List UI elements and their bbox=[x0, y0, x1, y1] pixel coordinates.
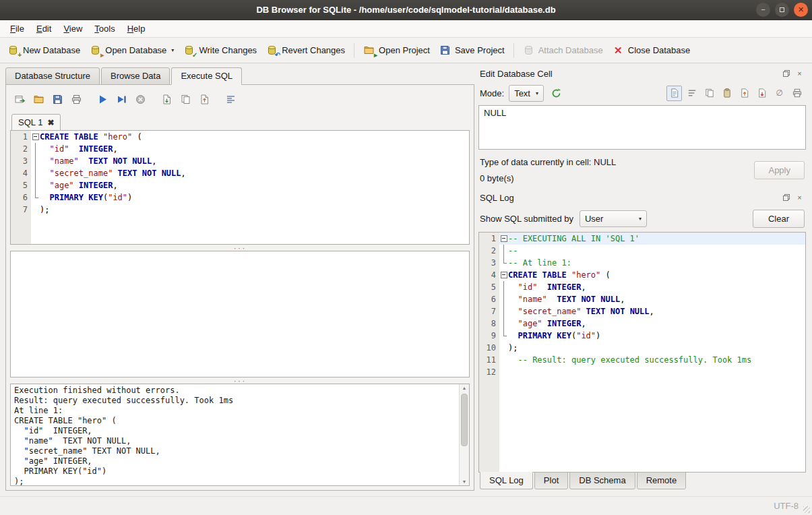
set-null-button[interactable]: ∅ bbox=[772, 86, 787, 101]
output-text[interactable]: Execution finished without errors. Resul… bbox=[11, 384, 459, 485]
close-database-label: Close Database bbox=[628, 45, 691, 55]
main-tab-bar: Database Structure Browse Data Execute S… bbox=[5, 67, 474, 85]
tab-remote[interactable]: Remote bbox=[637, 472, 687, 489]
tab-sql-log[interactable]: SQL Log bbox=[480, 472, 533, 489]
fold-marker-icon[interactable] bbox=[499, 233, 508, 245]
open-sql-new-tab-button[interactable] bbox=[11, 91, 28, 108]
tab-label: SQL Log bbox=[489, 475, 524, 485]
fold-marker-icon[interactable] bbox=[499, 269, 508, 281]
word-wrap-button[interactable] bbox=[684, 86, 699, 101]
window-title: DB Browser for SQLite - /home/user/code/… bbox=[0, 5, 812, 15]
fold-margin bbox=[31, 167, 40, 179]
save-project-button[interactable]: Save Project bbox=[435, 41, 509, 59]
resize-grip-icon[interactable] bbox=[803, 506, 810, 513]
refresh-icon bbox=[551, 88, 562, 99]
fold-margin bbox=[499, 366, 508, 378]
output-scrollbar[interactable]: ▲ ▼ bbox=[459, 384, 469, 485]
cell-value-editor[interactable]: NULL bbox=[478, 105, 806, 150]
log-filter-select[interactable]: User ▾ bbox=[580, 210, 647, 227]
maximize-button[interactable] bbox=[775, 3, 789, 17]
sql-editor[interactable]: 1CREATE TABLE "hero" (2 "id" INTEGER,3 "… bbox=[10, 130, 470, 245]
right-pane: Edit Database Cell × Mode: Text ▾ bbox=[476, 63, 812, 496]
results-grid[interactable] bbox=[10, 251, 470, 377]
fold-margin bbox=[31, 143, 40, 155]
execute-all-icon bbox=[97, 94, 108, 105]
menu-file[interactable]: File bbox=[4, 21, 30, 36]
print-sql-button[interactable] bbox=[68, 91, 85, 108]
titlebar[interactable]: DB Browser for SQLite - /home/user/code/… bbox=[0, 0, 812, 20]
fold-margin bbox=[499, 354, 508, 366]
fold-margin bbox=[499, 330, 508, 342]
close-database-icon: ✕ bbox=[613, 44, 624, 56]
save-sql-file-button[interactable] bbox=[49, 91, 66, 108]
menu-help[interactable]: Help bbox=[121, 21, 152, 36]
import-sql-button[interactable] bbox=[196, 91, 213, 108]
export-results-button[interactable] bbox=[158, 91, 175, 108]
write-changes-button[interactable]: ✓ Write Changes bbox=[179, 41, 261, 59]
line-number: 5 bbox=[479, 281, 499, 293]
open-sql-file-button[interactable] bbox=[30, 91, 47, 108]
revert-changes-button[interactable]: ↶ Revert Changes bbox=[261, 41, 350, 59]
scroll-up-icon[interactable]: ▲ bbox=[460, 386, 469, 390]
clear-log-button[interactable]: Clear bbox=[753, 210, 805, 228]
close-dock-icon[interactable]: × bbox=[794, 193, 805, 203]
code-line: 3-- At line 1: bbox=[479, 257, 805, 269]
line-number: 6 bbox=[479, 293, 499, 305]
tab-browse-data[interactable]: Browse Data bbox=[101, 67, 170, 85]
apply-label: Apply bbox=[768, 165, 790, 175]
float-dock-icon[interactable] bbox=[781, 193, 791, 203]
code-line: 1-- EXECUTING ALL IN 'SQL 1' bbox=[479, 233, 805, 245]
tab-label: Remote bbox=[646, 475, 677, 485]
tab-execute-sql[interactable]: Execute SQL bbox=[171, 67, 242, 85]
format-sql-button[interactable] bbox=[222, 91, 239, 108]
print-cell-button[interactable] bbox=[789, 86, 805, 101]
menubar: FileEditViewToolsHelp bbox=[0, 20, 812, 38]
fold-marker-icon[interactable] bbox=[31, 131, 40, 143]
attach-database-button: Attach Database bbox=[518, 41, 608, 59]
open-database-dropdown-icon[interactable]: ▾ bbox=[171, 47, 174, 53]
close-button[interactable]: ✕ bbox=[794, 3, 808, 17]
close-database-button[interactable]: ✕ Close Database bbox=[608, 41, 695, 59]
execute-current-line-button[interactable] bbox=[113, 91, 130, 108]
menu-edit[interactable]: Edit bbox=[30, 21, 57, 36]
tab-label: DB Schema bbox=[579, 475, 625, 485]
bottom-dock-tab-bar: SQL Log Plot DB Schema Remote bbox=[478, 472, 806, 491]
fold-margin bbox=[499, 257, 508, 269]
tab-plot[interactable]: Plot bbox=[534, 472, 568, 489]
text-view-button[interactable] bbox=[666, 86, 682, 101]
auto-detect-mode-button[interactable] bbox=[549, 86, 564, 101]
text-document-icon bbox=[669, 88, 680, 98]
sql-log-view[interactable]: 1-- EXECUTING ALL IN 'SQL 1'2--3-- At li… bbox=[478, 232, 806, 473]
minimize-button[interactable]: − bbox=[756, 3, 770, 17]
execute-all-button[interactable] bbox=[94, 91, 111, 108]
print-icon bbox=[71, 94, 82, 105]
save-results-button[interactable] bbox=[177, 91, 194, 108]
mode-select[interactable]: Text ▾ bbox=[509, 85, 544, 102]
menu-tools[interactable]: Tools bbox=[88, 21, 121, 36]
tab-database-structure[interactable]: Database Structure bbox=[5, 67, 100, 85]
float-dock-icon[interactable] bbox=[781, 69, 791, 79]
cell-mode-row: Mode: Text ▾ bbox=[478, 81, 806, 105]
scroll-down-icon[interactable]: ▼ bbox=[460, 479, 469, 484]
new-database-button[interactable]: + New Database bbox=[3, 41, 85, 59]
code-line: 11 -- Result: query executed successfull… bbox=[479, 354, 805, 366]
copy-cell-button[interactable] bbox=[701, 86, 717, 101]
paste-cell-button[interactable] bbox=[719, 86, 735, 101]
menu-view[interactable]: View bbox=[57, 21, 88, 36]
cell-type-info: Type of data currently in cell: NULL bbox=[480, 157, 754, 167]
scroll-thumb[interactable] bbox=[461, 394, 468, 446]
splitter-handle[interactable]: ··· bbox=[10, 377, 470, 384]
export-cell-button[interactable] bbox=[754, 86, 770, 101]
encoding-indicator[interactable]: UTF-8 bbox=[774, 501, 799, 511]
open-database-button[interactable]: ▸ Open Database ▾ bbox=[85, 41, 179, 59]
open-project-button[interactable]: ▸ Open Project bbox=[358, 41, 435, 59]
tab-db-schema[interactable]: DB Schema bbox=[569, 472, 635, 489]
fold-margin bbox=[31, 155, 40, 167]
clear-label: Clear bbox=[768, 214, 789, 224]
line-number: 7 bbox=[11, 204, 31, 216]
sql-doc-tab[interactable]: SQL 1 ✖ bbox=[11, 114, 61, 131]
close-dock-icon[interactable]: × bbox=[794, 69, 805, 79]
import-cell-button[interactable] bbox=[737, 86, 752, 101]
splitter-handle[interactable]: ··· bbox=[10, 245, 470, 251]
close-tab-icon[interactable]: ✖ bbox=[47, 118, 54, 127]
